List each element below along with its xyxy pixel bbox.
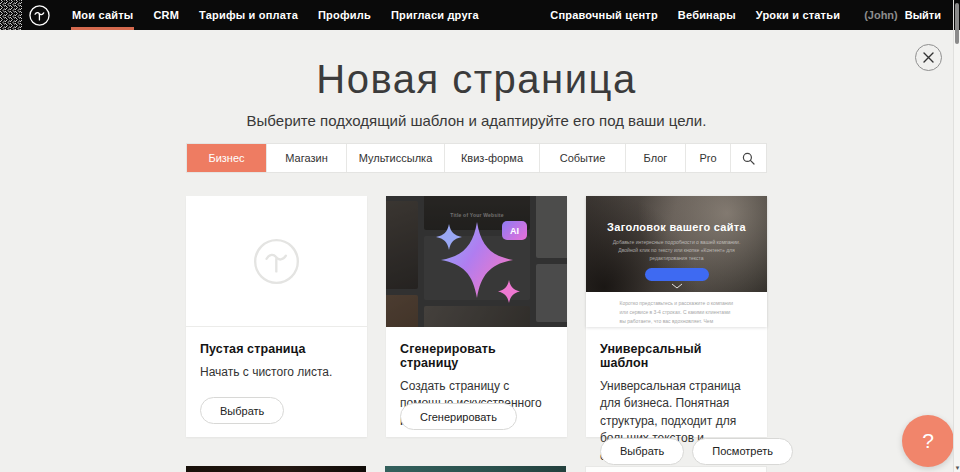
template-card-partial-2[interactable] [385, 466, 565, 472]
scrollbar-thumb[interactable] [955, 3, 959, 44]
nav-item-my-sites[interactable]: Мои сайты [62, 0, 143, 30]
nav-item-profile[interactable]: Профиль [308, 0, 381, 30]
card-body: Пустая страница Начать с чистого листа. … [186, 327, 367, 437]
card-buttons: Выбрать Посмотреть [600, 438, 793, 465]
tab-business[interactable]: Бизнес [187, 144, 267, 172]
choose-button[interactable]: Выбрать [200, 397, 284, 424]
card-buttons: Выбрать [200, 397, 284, 424]
nav-item-lessons[interactable]: Уроки и статьи [746, 9, 850, 21]
hero-cta-button [645, 268, 709, 281]
card-body: Сгенерировать страницу Создать страницу … [386, 327, 567, 443]
ai-generate-thumbnail[interactable]: Title of Your Website [386, 196, 567, 327]
template-card-blank-page: Пустая страница Начать с чистого листа. … [186, 196, 367, 437]
nav-item-pricing[interactable]: Тарифы и оплата [189, 0, 308, 30]
nav-item-help-center[interactable]: Справочный центр [540, 9, 668, 21]
tilda-watermark-icon [253, 238, 300, 285]
search-tab[interactable] [731, 144, 766, 172]
template-card-partial-1[interactable] [186, 466, 366, 472]
template-card-ai-generate: Title of Your Website [386, 196, 567, 437]
tab-event[interactable]: Событие [540, 144, 626, 172]
new-page-modal: Новая страница Выберите подходящий шабло… [0, 30, 953, 472]
template-category-tabs: Бизнес Магазин Мультиссылка Квиз-форма С… [186, 143, 767, 173]
preview-paragraph: Коротко представьтесь и расскажите о ком… [620, 299, 734, 327]
card-description: Начать с чистого листа. [200, 364, 353, 381]
scrollbar-down-arrow[interactable]: ▼ [954, 465, 960, 471]
template-text-preview: Коротко представьтесь и расскажите о ком… [586, 292, 767, 327]
page-title: Новая страница [0, 55, 953, 103]
page-subtitle: Выберите подходящий шаблон и адаптируйте… [0, 112, 953, 130]
choose-button[interactable]: Выбрать [600, 438, 684, 465]
template-hero-preview: Заголовок вашего сайта Добавьте интересн… [586, 196, 767, 292]
ai-badge: AI [502, 221, 527, 240]
tab-pro[interactable]: Pro [686, 144, 731, 172]
preview-button[interactable]: Посмотреть [692, 438, 793, 465]
template-card-universal: Заголовок вашего сайта Добавьте интересн… [586, 196, 767, 437]
tab-shop[interactable]: Магазин [267, 144, 347, 172]
card-title: Сгенерировать страницу [400, 342, 553, 370]
main-nav: Мои сайты CRM Тарифы и оплата Профиль Пр… [62, 0, 489, 30]
close-icon [923, 52, 934, 63]
card-title: Универсальный шаблон [600, 342, 753, 370]
close-button[interactable] [915, 44, 942, 71]
nav-item-invite-friend[interactable]: Пригласи друга [381, 0, 489, 30]
header-texture-pattern [0, 0, 22, 30]
card-body: Универсальный шаблон Универсальная стран… [586, 327, 767, 472]
card-buttons: Сгенерировать [400, 403, 517, 430]
nav-item-crm[interactable]: CRM [143, 0, 189, 30]
chevron-down-icon [671, 283, 683, 289]
universal-template-thumbnail[interactable]: Заголовок вашего сайта Добавьте интересн… [586, 196, 767, 327]
secondary-nav: Справочный центр Вебинары Уроки и статьи… [540, 0, 953, 30]
generate-button[interactable]: Сгенерировать [400, 403, 517, 430]
card-title: Пустая страница [200, 342, 353, 356]
nav-item-webinars[interactable]: Вебинары [668, 9, 746, 21]
hero-subtitle: Добавьте интересные подробности о вашей … [602, 238, 750, 262]
page-scrollbar[interactable]: ▼ [953, 0, 960, 472]
tilda-logo-icon[interactable] [29, 5, 50, 26]
top-nav-bar: Мои сайты CRM Тарифы и оплата Профиль Пр… [0, 0, 953, 30]
tab-multilink[interactable]: Мультиссылка [347, 144, 445, 172]
hero-title: Заголовок вашего сайта [586, 196, 767, 233]
logout-link[interactable]: Выйти [901, 9, 945, 21]
user-name: (John) [850, 9, 901, 21]
template-cards-row: Пустая страница Начать с чистого листа. … [186, 196, 767, 437]
tab-quiz-form[interactable]: Квиз-форма [445, 144, 540, 172]
screen: Мои сайты CRM Тарифы и оплата Профиль Пр… [0, 0, 960, 472]
tab-blog[interactable]: Блог [626, 144, 686, 172]
help-button[interactable]: ? [902, 415, 954, 467]
search-icon [742, 152, 755, 165]
blank-page-thumbnail[interactable] [186, 196, 367, 327]
